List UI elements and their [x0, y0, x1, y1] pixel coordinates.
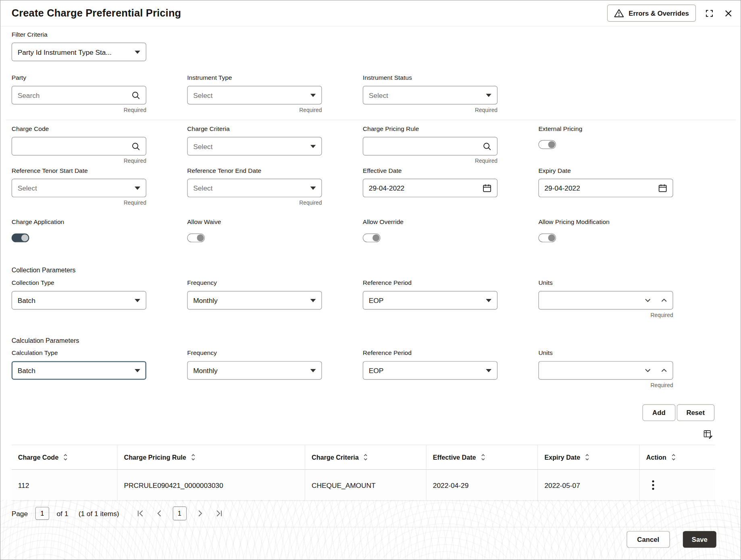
table-header-row: Charge Code Charge Pricing Rule Charge C…: [12, 445, 715, 470]
page-number-input[interactable]: [35, 507, 49, 520]
allow-override-toggle[interactable]: [363, 233, 381, 242]
current-page-button[interactable]: 1: [173, 506, 187, 521]
calculation-parameters-title: Calculation Parameters: [12, 337, 731, 344]
instrument-type-select[interactable]: Select: [187, 86, 322, 104]
reference-tenor-start-date-select[interactable]: Select: [12, 179, 146, 197]
collection-units-field: Units Required: [538, 280, 673, 319]
charge-criteria-label: Charge Criteria: [187, 125, 322, 133]
effective-date-label: Effective Date: [363, 167, 497, 174]
collection-reference-period-field: Reference Period EOP: [363, 280, 497, 310]
first-page-button[interactable]: [135, 508, 146, 519]
collection-frequency-value: Monthly: [193, 297, 218, 305]
instrument-type-field: Instrument Type Select Required: [187, 74, 322, 113]
allow-waive-toggle[interactable]: [187, 233, 205, 242]
warning-icon: [614, 9, 624, 18]
search-icon: [131, 91, 140, 100]
party-placeholder: Search: [18, 91, 40, 99]
sort-icon[interactable]: [671, 454, 676, 461]
chevron-down-icon: [486, 299, 491, 302]
cell-action: [639, 470, 715, 500]
charge-code-search-input[interactable]: [12, 137, 146, 156]
charge-criteria-select[interactable]: Select: [187, 137, 322, 156]
column-header-charge-criteria[interactable]: Charge Criteria: [305, 445, 426, 469]
column-header-action[interactable]: Action: [639, 445, 715, 469]
external-pricing-field: External Pricing: [538, 125, 673, 149]
toggle-knob: [373, 234, 379, 241]
charge-code-field: Charge Code Required: [12, 125, 146, 164]
collection-reference-period-value: EOP: [369, 297, 384, 305]
search-icon: [131, 142, 140, 151]
calendar-icon: [658, 184, 667, 193]
charge-pricing-rule-label: Charge Pricing Rule: [363, 125, 497, 133]
reference-tenor-end-date-label: Reference Tenor End Date: [187, 167, 322, 174]
table-edit-icon[interactable]: [701, 427, 715, 441]
stepper-decrement-icon[interactable]: [645, 369, 651, 372]
charge-pricing-rule-required-hint: Required: [363, 158, 497, 164]
sort-icon[interactable]: [481, 454, 485, 461]
toggle-knob: [197, 234, 204, 241]
calculation-type-select[interactable]: Batch: [12, 361, 146, 380]
table-row[interactable]: 112 PRCRULE090421_0000003030 CHEQUE_AMOU…: [12, 470, 715, 501]
page-items-label: (1 of 1 items): [79, 510, 119, 518]
close-button[interactable]: [723, 8, 734, 19]
reference-tenor-end-date-select[interactable]: Select: [187, 179, 322, 197]
stepper-increment-icon[interactable]: [661, 369, 667, 372]
expiry-date-input[interactable]: 29-04-2022: [538, 179, 673, 197]
sort-icon[interactable]: [191, 454, 196, 461]
filter-criteria-value: Party Id Instrument Type Sta...: [18, 48, 112, 56]
party-required-hint: Required: [12, 107, 146, 113]
errors-overrides-label: Errors & Overrides: [629, 9, 689, 17]
allow-pricing-modification-toggle[interactable]: [538, 233, 556, 242]
last-page-button[interactable]: [213, 508, 224, 519]
column-header-charge-code[interactable]: Charge Code: [12, 445, 117, 469]
sort-icon[interactable]: [585, 454, 590, 461]
save-button[interactable]: Save: [683, 531, 716, 548]
charge-pricing-rule-search-input[interactable]: [363, 137, 497, 156]
chevron-down-icon: [486, 369, 491, 372]
chevron-down-icon: [310, 145, 316, 148]
effective-date-input[interactable]: 29-04-2022: [363, 179, 497, 197]
calculation-units-stepper[interactable]: [538, 361, 673, 380]
party-search-input[interactable]: Search: [12, 86, 146, 104]
row-actions-kebab-icon[interactable]: [650, 478, 656, 493]
instrument-status-select[interactable]: Select: [363, 86, 497, 104]
collection-units-stepper[interactable]: [538, 291, 673, 309]
stepper-decrement-icon[interactable]: [645, 299, 651, 302]
column-header-charge-pricing-rule[interactable]: Charge Pricing Rule: [117, 445, 305, 469]
resize-button[interactable]: [704, 7, 716, 19]
column-header-effective-date[interactable]: Effective Date: [426, 445, 538, 469]
reset-button[interactable]: Reset: [676, 404, 714, 421]
allow-pricing-modification-field: Allow Pricing Modification: [538, 219, 673, 243]
allow-override-label: Allow Override: [363, 219, 497, 226]
external-pricing-toggle[interactable]: [538, 140, 556, 149]
pagination-bar: Page of 1 (1 of 1 items) 1: [12, 506, 731, 521]
collection-reference-period-label: Reference Period: [363, 280, 497, 287]
filter-criteria-select[interactable]: Party Id Instrument Type Sta...: [12, 43, 146, 61]
errors-overrides-button[interactable]: Errors & Overrides: [607, 4, 696, 22]
calculation-frequency-select[interactable]: Monthly: [187, 361, 322, 380]
calculation-reference-period-label: Reference Period: [363, 350, 497, 357]
cancel-button[interactable]: Cancel: [627, 531, 670, 548]
calculation-reference-period-select[interactable]: EOP: [363, 361, 497, 380]
collection-type-select[interactable]: Batch: [12, 291, 146, 309]
calculation-units-field: Units Required: [538, 350, 673, 389]
sort-icon[interactable]: [63, 454, 68, 461]
collection-frequency-select[interactable]: Monthly: [187, 291, 322, 309]
calculation-frequency-value: Monthly: [193, 367, 218, 375]
next-page-button[interactable]: [196, 508, 204, 519]
previous-page-button[interactable]: [155, 508, 163, 519]
external-pricing-label: External Pricing: [538, 125, 673, 133]
sort-icon[interactable]: [363, 454, 368, 461]
charge-application-toggle[interactable]: [12, 233, 29, 242]
add-button[interactable]: Add: [643, 404, 675, 421]
calculation-type-field: Calculation Type Batch: [12, 350, 146, 380]
charge-pricing-rule-field: Charge Pricing Rule Required: [363, 125, 497, 164]
reference-tenor-start-date-value: Select: [18, 184, 37, 192]
column-header-expiry-date[interactable]: Expiry Date: [537, 445, 639, 469]
cell-charge-pricing-rule: PRCRULE090421_0000003030: [117, 470, 305, 500]
collection-reference-period-select[interactable]: EOP: [363, 291, 497, 309]
stepper-increment-icon[interactable]: [661, 299, 667, 302]
instrument-status-value: Select: [369, 91, 388, 99]
column-label: Charge Code: [18, 454, 58, 461]
calendar-icon: [483, 184, 491, 193]
